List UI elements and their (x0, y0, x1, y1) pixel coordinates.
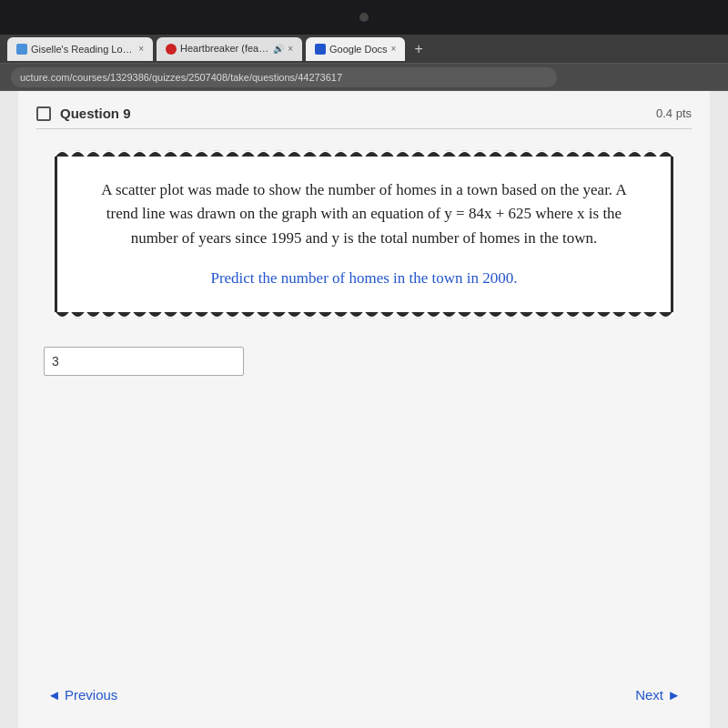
page-content: Question 9 0.4 pts A scatter plot was ma… (0, 91, 728, 728)
question-checkbox[interactable] (36, 106, 51, 121)
tab3-favicon (315, 44, 326, 55)
tab-reading-log[interactable]: Giselle's Reading Log 3 4/13-4/1 × (7, 37, 153, 61)
scallop-bottom (55, 312, 673, 325)
question-box: A scatter plot was made to show the numb… (55, 157, 673, 312)
camera-dot (359, 13, 369, 22)
tab-heartbreaker[interactable]: Heartbreaker (feat. Jay Z) - ▶ 🔊 × (157, 37, 302, 61)
quiz-container: Question 9 0.4 pts A scatter plot was ma… (18, 91, 710, 728)
question-text: A scatter plot was made to show the numb… (86, 178, 642, 250)
question-title: Question 9 (36, 106, 131, 121)
navigation-bar: ◄ Previous Next ► (36, 680, 692, 710)
address-input[interactable] (11, 67, 557, 87)
tab1-label: Giselle's Reading Log 3 4/13-4/1 (31, 44, 135, 55)
question-box-wrapper: A scatter plot was made to show the numb… (55, 144, 673, 325)
browser-tabs: Giselle's Reading Log 3 4/13-4/1 × Heart… (0, 35, 728, 64)
tab1-favicon (16, 44, 27, 55)
tab3-label: Google Docs (329, 44, 388, 55)
tab2-close[interactable]: × (288, 44, 293, 54)
next-button[interactable]: Next ► (624, 680, 692, 710)
tab2-favicon (166, 44, 177, 55)
camera-bar (0, 0, 728, 35)
add-tab-button[interactable]: + (409, 41, 428, 57)
address-bar (0, 64, 728, 91)
question-label: Question 9 (60, 106, 131, 121)
scallop-top (55, 144, 673, 157)
tab3-close[interactable]: × (391, 44, 397, 54)
previous-button[interactable]: ◄ Previous (36, 680, 128, 710)
tab2-label: Heartbreaker (feat. Jay Z) - ▶ (180, 43, 269, 55)
answer-input[interactable] (44, 347, 244, 376)
tab-google-docs[interactable]: Google Docs × (306, 37, 405, 61)
question-header: Question 9 0.4 pts (36, 106, 692, 129)
answer-section (40, 343, 692, 376)
tab1-close[interactable]: × (138, 44, 144, 54)
question-prompt: Predict the number of homes in the town … (86, 267, 642, 290)
points-label: 0.4 pts (656, 106, 692, 120)
tab2-sound: 🔊 (273, 44, 284, 54)
